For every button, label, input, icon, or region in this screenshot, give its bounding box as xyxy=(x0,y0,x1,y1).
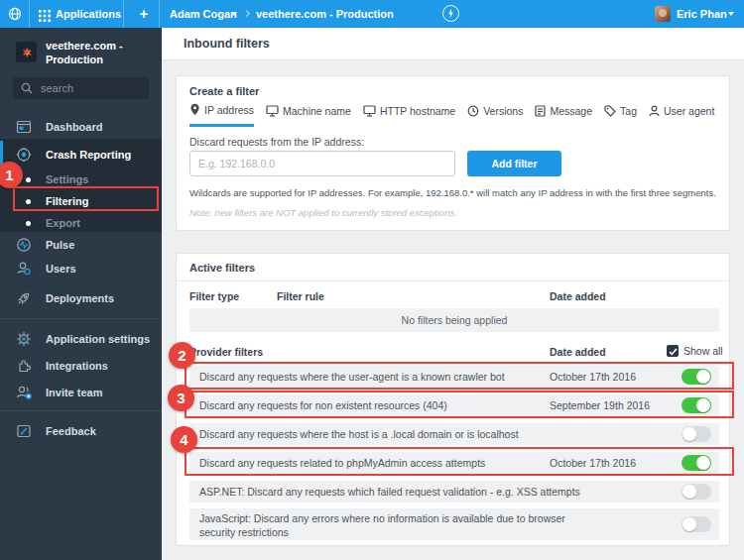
show-all-checkbox[interactable] xyxy=(667,345,679,357)
page-header: Inbound filters xyxy=(162,28,744,60)
check-icon xyxy=(669,348,678,356)
sidebar-item-crash-reporting[interactable]: Crash Reporting xyxy=(0,143,162,167)
column-date-added: Date added xyxy=(550,290,606,302)
pin-icon xyxy=(189,103,200,116)
search-icon xyxy=(21,82,33,94)
search-placeholder: search xyxy=(41,77,73,99)
active-filters-title: Active filters xyxy=(189,262,255,274)
sidebar-item-integrations[interactable]: Integrations xyxy=(0,354,162,378)
add-application-button[interactable]: + xyxy=(131,0,157,28)
toggle-knob xyxy=(696,370,710,384)
toggle-javascript[interactable] xyxy=(682,516,711,532)
sidebar-item-deployments[interactable]: Deployments xyxy=(0,286,162,310)
sidebar-item-application-settings[interactable]: Application settings xyxy=(0,327,162,351)
tab-ip-address[interactable]: IP address xyxy=(189,103,254,127)
sidebar-app-title: veethere.com - Production xyxy=(46,39,153,66)
breadcrumb-app[interactable]: veethere.com - Production xyxy=(256,0,394,28)
filter-row-phpmyadmin: Discard any requests related to phpMyAdm… xyxy=(189,452,719,474)
user-avatar[interactable] xyxy=(655,6,671,22)
tab-message[interactable]: Message xyxy=(535,103,592,127)
filters-note-text: Note: new filters are NOT applied to cur… xyxy=(189,207,457,218)
topbar-divider xyxy=(29,0,30,28)
topbar-divider xyxy=(159,0,160,28)
toggle-404[interactable] xyxy=(682,397,711,413)
users-icon xyxy=(16,261,32,277)
rocket-icon xyxy=(16,290,32,306)
pulse-icon xyxy=(16,237,32,253)
bullet-icon xyxy=(26,199,31,204)
crash-reporting-icon xyxy=(16,147,32,163)
app-logo: ✶ xyxy=(16,42,37,62)
sidebar-item-invite-team[interactable]: Invite team xyxy=(0,381,162,404)
applications-menu[interactable]: Applications xyxy=(56,0,121,28)
column-filter-type: Filter type xyxy=(189,290,239,302)
puzzle-icon xyxy=(16,358,32,374)
feedback-icon xyxy=(16,423,32,439)
sidebar-item-filtering[interactable]: Filtering xyxy=(0,189,162,213)
bullet-icon xyxy=(26,221,31,226)
account-menu[interactable]: Adam Cogan xyxy=(170,0,237,28)
toggle-knob xyxy=(696,398,710,412)
user-caret-icon[interactable] xyxy=(728,12,734,16)
page-title: Inbound filters xyxy=(184,28,270,60)
top-bar: Applications + Adam Cogan veethere.com -… xyxy=(0,0,744,28)
person-icon xyxy=(649,105,660,117)
monitor-icon xyxy=(266,105,279,117)
toggle-knob xyxy=(682,517,696,531)
tab-machine-name[interactable]: Machine name xyxy=(266,103,351,127)
lightning-icon[interactable] xyxy=(442,5,459,22)
show-all-control[interactable]: Show all xyxy=(667,345,723,357)
invite-team-icon xyxy=(16,385,32,400)
toggle-local-domain[interactable] xyxy=(682,426,711,442)
dashboard-icon xyxy=(16,119,32,135)
no-filters-row: No filters being applied xyxy=(189,308,719,332)
topbar-divider xyxy=(123,0,124,28)
active-filters-card: Active filters Filter type Filter rule D… xyxy=(176,253,730,546)
search-input[interactable]: search xyxy=(13,77,149,99)
toggle-knob xyxy=(682,427,696,441)
ip-address-input[interactable] xyxy=(189,151,455,176)
create-filter-card: Create a filter IP address Machine name … xyxy=(176,75,730,231)
history-icon xyxy=(467,105,479,117)
sidebar-item-dashboard[interactable]: Dashboard xyxy=(0,115,162,139)
monitor-icon xyxy=(363,105,376,117)
column-filter-rule: Filter rule xyxy=(277,290,324,302)
toggle-knob xyxy=(682,485,696,499)
sidebar-item-feedback[interactable]: Feedback xyxy=(0,419,162,443)
filter-row-404: Discard any requests for non existent re… xyxy=(189,394,719,416)
card-divider xyxy=(177,280,729,281)
sidebar-item-pulse[interactable]: Pulse xyxy=(0,233,162,257)
sidebar-divider-dotted xyxy=(0,410,162,411)
filter-type-tabs: IP address Machine name HTTP hostname Ve… xyxy=(189,103,714,127)
filter-row-local-domain: Discard any requests where the host is a… xyxy=(189,423,719,445)
message-icon xyxy=(535,105,546,117)
tab-http-hostname[interactable]: HTTP hostname xyxy=(363,103,455,127)
breadcrumb-chevron-icon xyxy=(243,10,250,17)
add-filter-button[interactable]: Add filter xyxy=(467,151,561,176)
sidebar-divider xyxy=(0,318,162,319)
sidebar-item-users[interactable]: Users xyxy=(0,257,162,280)
filter-row-aspnet: ASP.NET: Discard any requests which fail… xyxy=(189,481,719,503)
globe-icon[interactable] xyxy=(8,7,22,25)
tab-tag[interactable]: Tag xyxy=(604,103,637,127)
sidebar-item-settings[interactable]: Settings xyxy=(0,168,162,191)
filter-row-crawler-bot: Discard any requests where the user-agen… xyxy=(189,366,719,388)
tag-icon xyxy=(604,105,616,117)
user-menu[interactable]: Eric Phan xyxy=(677,0,727,28)
wildcards-help-text: Wildcards are supported for IP addresses… xyxy=(189,187,716,198)
account-caret-icon[interactable] xyxy=(231,12,237,16)
ip-field-label: Discard requests from the IP address: xyxy=(189,136,364,148)
toggle-knob xyxy=(696,456,710,470)
toggle-phpmyadmin[interactable] xyxy=(682,455,711,471)
toggle-aspnet[interactable] xyxy=(682,484,711,500)
provider-filters-title: Provider filters xyxy=(189,346,263,358)
apps-grid-icon[interactable] xyxy=(39,8,51,26)
tab-user-agent[interactable]: User agent xyxy=(649,103,714,127)
create-filter-title: Create a filter xyxy=(189,85,259,97)
sidebar-item-export[interactable]: Export xyxy=(0,211,162,235)
filter-row-javascript: JavaScript: Discard any errors where no … xyxy=(189,508,719,540)
toggle-crawler-bot[interactable] xyxy=(682,369,711,385)
sidebar: ✶ veethere.com - Production search Dashb… xyxy=(0,28,162,560)
tab-versions[interactable]: Versions xyxy=(467,103,523,127)
show-all-label: Show all xyxy=(683,345,723,357)
